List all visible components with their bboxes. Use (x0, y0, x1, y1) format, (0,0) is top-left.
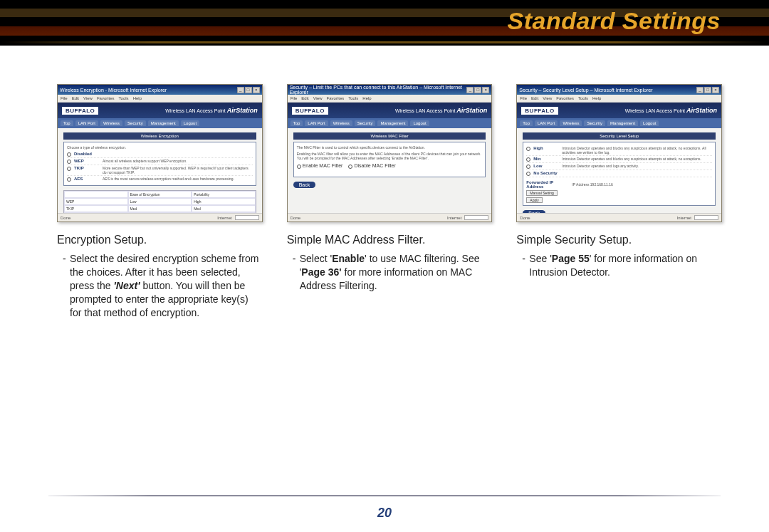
section-heading: Simple Security Setup. (516, 234, 722, 246)
screenshot-security: Security – Security Level Setup – Micros… (516, 84, 722, 222)
screenshot-mac-filter: Security – Limit the PCs that can connec… (287, 84, 493, 222)
menu-item: View (83, 96, 93, 100)
section-body: -Select 'Enable' to use MAC filter­ing. … (287, 252, 493, 293)
radio-icon (526, 172, 530, 176)
radio-icon (297, 165, 301, 169)
status-bar: Done Internet (288, 213, 492, 221)
status-left: Done (61, 216, 70, 220)
brand-bar: BUFFALO Wireless LAN Access Point AirSta… (517, 103, 721, 118)
page-title: Standard Settings (508, 7, 721, 35)
tab: Logout (640, 120, 659, 126)
level-desc: Intrusion Detector operates and blocks a… (562, 157, 712, 161)
nav-tabs: Top LAN Port Wireless Security Managemen… (517, 118, 721, 128)
status-right: Internet (447, 216, 461, 220)
menu-item: Tools (348, 96, 358, 100)
menu-item: File (520, 96, 527, 100)
ie-menu: File Edit View Favorites Tools Help (517, 95, 721, 103)
tab: Wireless (560, 120, 582, 126)
radio-icon (348, 165, 352, 169)
tab: Wireless (330, 120, 352, 126)
ie-menu: File Edit View Favorites Tools Help (288, 95, 492, 103)
option-label: TKIP (74, 166, 100, 170)
panel-body: Choose a type of wireless encryption. Di… (63, 142, 256, 186)
menu-item: File (291, 96, 298, 100)
minimize-icon: _ (466, 87, 474, 93)
tab: Logout (410, 120, 429, 126)
option-desc: More secure than WEP but not universally… (103, 166, 253, 174)
option-row: AESAES is the most secure wireless encry… (67, 176, 253, 182)
minimize-icon: _ (696, 87, 703, 93)
minimize-icon: _ (237, 87, 244, 93)
tab: LAN Port (535, 120, 558, 126)
section-body: -Select the desired encryption scheme fr… (57, 252, 263, 319)
panel-body: The MAC Filter is used to control which … (293, 142, 486, 177)
titlebar-text: Security – Security Level Setup – Micros… (519, 88, 652, 93)
menu-item: View (543, 96, 552, 100)
column-security: Security – Security Level Setup – Micros… (516, 84, 722, 319)
level-desc: Intrusion Detector operates and blocks a… (562, 146, 712, 155)
status-right: Internet (677, 216, 691, 220)
header-band: Standard Settings (0, 0, 769, 46)
note-text: Enabling the MAC filter will allow you t… (297, 152, 483, 160)
level-row: MinIntrusion Detector operates and block… (526, 156, 712, 163)
panel-heading: Wireless Encryption (63, 132, 256, 140)
screenshot-encryption: Wireless Encryption - Microsoft Internet… (57, 84, 263, 222)
level-label: Low (533, 164, 559, 168)
close-icon: × (253, 87, 260, 93)
level-label: No Security (533, 171, 576, 175)
menu-item: Edit (301, 96, 308, 100)
tab: Security (355, 120, 376, 126)
buffalo-logo: BUFFALO (62, 107, 98, 115)
tab: Management (377, 120, 408, 126)
tab: Management (148, 120, 179, 126)
level-row: HighIntrusion Detector operates and bloc… (526, 145, 712, 156)
back-button: Back (293, 182, 316, 188)
section-heading: Simple MAC Address Filter. (287, 234, 493, 246)
titlebar-text: Wireless Encryption - Microsoft Internet… (60, 88, 167, 93)
menu-item: Favorites (327, 96, 345, 100)
level-desc: Intrusion Detector operates and logs any… (562, 164, 712, 168)
progress-icon (235, 215, 259, 220)
menu-item: Help (592, 96, 601, 100)
level-row: No Security (526, 170, 712, 177)
option-desc: Almost all wireless adapters support WEP… (103, 159, 253, 163)
level-row: LowIntrusion Detector operates and logs … (526, 163, 712, 170)
tab: LAN Port (305, 120, 328, 126)
note-text: The MAC Filter is used to control which … (297, 145, 483, 150)
radio-icon (67, 177, 71, 182)
radio-option: Enable MAC Filter (297, 163, 343, 169)
progress-icon (464, 215, 488, 220)
panel-heading: Security Level Setup (523, 132, 716, 140)
content-row: Wireless Encryption - Microsoft Internet… (0, 46, 769, 319)
section-heading: Encryption Setup. (57, 234, 263, 246)
titlebar-text: Security – Limit the PCs that can connec… (290, 85, 467, 95)
option-label: AES (74, 177, 100, 181)
menu-item: Tools (119, 96, 129, 100)
radio-icon (67, 167, 71, 171)
status-bar: Done Internet (58, 213, 262, 221)
buffalo-logo: BUFFALO (521, 107, 558, 115)
menu-item: Favorites (556, 96, 574, 100)
ie-menu: File Edit View Favorites Tools Help (58, 95, 262, 103)
fw-label: Forwarded IP Address (526, 180, 569, 189)
option-row: TKIPMore secure than WEP but not univers… (67, 165, 253, 176)
radio-icon (526, 147, 530, 151)
menu-item: File (61, 96, 68, 100)
page-number: 20 (0, 506, 769, 521)
option-row: Disabled (67, 151, 253, 158)
status-bar: Done Internet (517, 213, 721, 221)
tab: Security (125, 120, 146, 126)
window-buttons: _ □ × (237, 87, 260, 93)
radio-icon (526, 157, 530, 162)
radio-icon (67, 152, 71, 157)
panel-heading: Wireless MAC Filter (293, 132, 486, 140)
close-icon: × (712, 87, 719, 93)
radio-icon (67, 160, 71, 164)
window-buttons: _□× (696, 87, 719, 93)
tab: Top (291, 120, 303, 126)
radio-icon (526, 165, 530, 169)
progress-icon (694, 215, 718, 220)
status-left: Done (291, 216, 300, 220)
option-label: Disabled (74, 152, 100, 156)
maximize-icon: □ (704, 87, 711, 93)
